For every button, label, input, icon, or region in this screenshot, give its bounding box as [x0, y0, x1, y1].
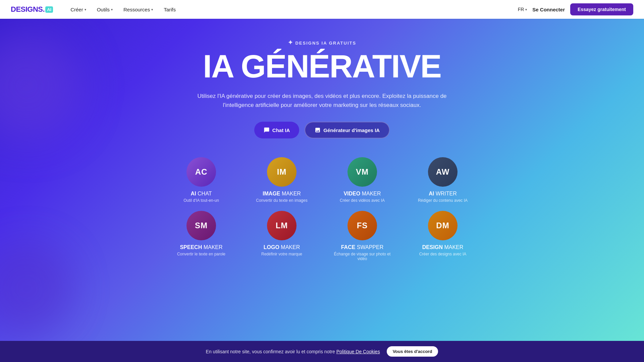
tool-icon-vm: VM	[347, 157, 377, 187]
tool-item-im[interactable]: IM IMAGE MAKER Convertir du texte en ima…	[252, 157, 312, 203]
nav-item-tarifs[interactable]: Tarifs	[160, 5, 180, 14]
signin-link[interactable]: Se Connecter	[532, 7, 565, 12]
nav-item-ressources[interactable]: Ressources ▾	[119, 5, 157, 14]
chevron-down-icon: ▾	[151, 8, 153, 11]
tool-item-ac[interactable]: AC AI CHAT Outil d'IA tout-en-un	[171, 157, 231, 203]
tool-desc-lm: Redéfinir votre marque	[261, 252, 302, 256]
chevron-down-icon: ▾	[111, 8, 113, 11]
tools-grid: AC AI CHAT Outil d'IA tout-en-un IM IMAG…	[171, 157, 473, 261]
tool-desc-vm: Créer des vidéos avec IA	[340, 198, 385, 203]
sparkle-icon: ✦	[288, 39, 293, 46]
tool-item-sm[interactable]: SM SPEECH MAKER Convertir le texte en pa…	[171, 211, 231, 261]
hero-description: Utilisez l'IA générative pour créer des …	[195, 92, 449, 110]
chat-icon	[264, 127, 270, 133]
tool-icon-lm: LM	[267, 211, 297, 240]
cta-buttons: Chat IA Générateur d'images IA	[254, 122, 390, 138]
tool-desc-im: Convertir du texte en images	[256, 198, 307, 203]
tool-desc-sm: Convertir le texte en parole	[177, 252, 225, 256]
logo-ai-badge: AI	[45, 6, 53, 13]
try-free-button[interactable]: Essayez gratuitement	[570, 3, 633, 15]
tool-name-aw: AI WRITER	[429, 191, 457, 197]
cookie-accept-button[interactable]: Vous êtes d'accord	[387, 346, 438, 357]
tool-item-dm[interactable]: DM DESIGN MAKER Créer des designs avec I…	[413, 211, 473, 261]
chevron-down-icon: ▾	[525, 8, 527, 11]
hero-section: ✦ DESIGNS IA GRATUITS IA GÉNÉRATIVE Util…	[0, 19, 644, 362]
nav-links: Créer ▾ Outils ▾ Ressources ▾ Tarifs	[66, 5, 518, 14]
tool-name-fs: FACE SWAPPER	[341, 244, 384, 250]
logo-text: DESIGNS.	[11, 5, 45, 14]
logo[interactable]: DESIGNS.AI	[11, 5, 53, 14]
decorative-blob-1	[0, 32, 80, 139]
image-icon	[315, 127, 321, 133]
tool-name-dm: DESIGN MAKER	[422, 244, 464, 250]
tool-desc-ac: Outil d'IA tout-en-un	[183, 198, 219, 203]
chevron-down-icon: ▾	[85, 8, 86, 11]
tool-icon-aw: AW	[428, 157, 458, 187]
tool-icon-sm: SM	[186, 211, 216, 240]
tool-desc-fs: Échange de visage sur photo et vidéo	[332, 252, 392, 261]
hero-subtitle: ✦ DESIGNS IA GRATUITS	[288, 39, 356, 47]
tool-name-sm: SPEECH MAKER	[180, 244, 222, 250]
tool-name-lm: LOGO MAKER	[264, 244, 300, 250]
tool-desc-dm: Créer des designs avec IA	[419, 252, 467, 256]
tool-name-vm: VIDEO MAKER	[343, 191, 381, 197]
tool-icon-dm: DM	[428, 211, 458, 240]
tool-item-aw[interactable]: AW AI WRITER Rédiger du contenu avec IA	[413, 157, 473, 203]
navbar: DESIGNS.AI Créer ▾ Outils ▾ Ressources ▾…	[0, 0, 644, 19]
tool-item-vm[interactable]: VM VIDEO MAKER Créer des vidéos avec IA	[332, 157, 392, 203]
nav-right: FR ▾ Se Connecter Essayez gratuitement	[518, 3, 633, 15]
nav-item-outils[interactable]: Outils ▾	[93, 5, 117, 14]
cookie-text: En utilisant notre site, vous confirmez …	[206, 349, 380, 354]
tool-name-ac: AI CHAT	[191, 191, 212, 197]
hero-title: IA GÉNÉRATIVE	[203, 50, 441, 83]
tool-icon-im: IM	[267, 157, 297, 187]
tool-icon-fs: FS	[347, 211, 377, 240]
lang-selector[interactable]: FR ▾	[518, 7, 527, 12]
cookie-banner: En utilisant notre site, vous confirmez …	[0, 341, 644, 362]
nav-item-creer[interactable]: Créer ▾	[66, 5, 90, 14]
tool-desc-aw: Rédiger du contenu avec IA	[418, 198, 468, 203]
cookie-policy-link[interactable]: Politique De Cookies	[336, 349, 380, 354]
chat-ia-button[interactable]: Chat IA	[254, 122, 300, 138]
tool-icon-ac: AC	[186, 157, 216, 187]
decorative-blob-2	[0, 241, 74, 335]
tool-item-lm[interactable]: LM LOGO MAKER Redéfinir votre marque	[252, 211, 312, 261]
image-generator-button[interactable]: Générateur d'images IA	[305, 122, 390, 138]
tool-name-im: IMAGE MAKER	[263, 191, 301, 197]
tool-item-fs[interactable]: FS FACE SWAPPER Échange de visage sur ph…	[332, 211, 392, 261]
